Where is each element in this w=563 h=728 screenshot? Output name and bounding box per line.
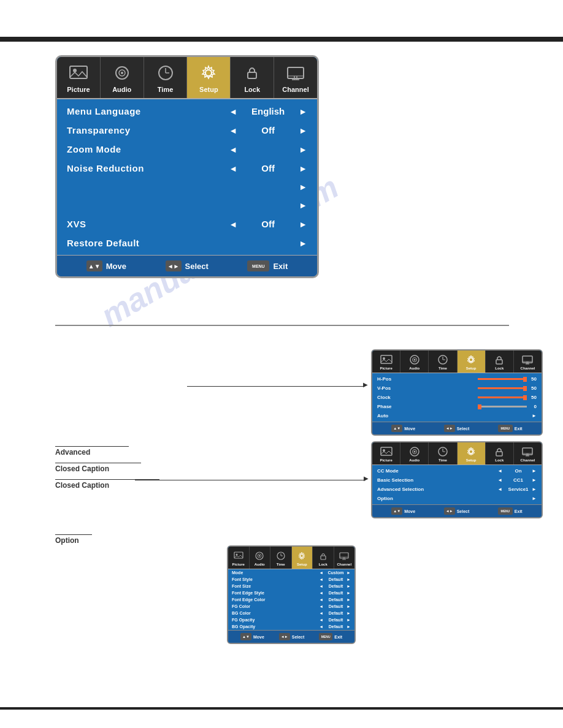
cco-fontedgestyle-arrow-left[interactable]: ◄: [319, 591, 323, 595]
hpos-tab-audio[interactable]: Audio: [400, 351, 429, 373]
menu-row-restore[interactable]: Restore Default ►: [57, 233, 317, 252]
cco-bgopacity-arrow-left[interactable]: ◄: [319, 624, 323, 629]
menu-restore-arrow[interactable]: ►: [299, 238, 307, 248]
cco-fgopacity-arrow-right[interactable]: ►: [347, 618, 351, 622]
cc-row-option[interactable]: Option ►: [372, 494, 542, 503]
cco-nav-move-btn[interactable]: ▲▼: [240, 633, 251, 640]
hpos-tab-setup[interactable]: Setup: [458, 351, 486, 373]
hpos-auto-arrow[interactable]: ►: [532, 413, 537, 419]
cco-tab-picture[interactable]: Picture: [228, 547, 250, 569]
cco-bgcolor-arrow-left[interactable]: ◄: [319, 611, 323, 615]
cc-advanced-arrow-right[interactable]: ►: [532, 487, 537, 492]
menu-row-noise[interactable]: Noise Reduction ◄ Off ►: [57, 159, 317, 178]
cco-nav-select-btn[interactable]: ◄►: [279, 633, 290, 640]
cco-row-fontsize[interactable]: Font Size ◄ Default ►: [228, 583, 354, 590]
menu-noise-arrow-right[interactable]: ►: [299, 164, 307, 173]
hpos-row-auto[interactable]: Auto ►: [372, 411, 542, 420]
hpos-nav-exit-btn[interactable]: MENU: [498, 425, 513, 432]
nav-move-btn[interactable]: ▲▼: [86, 260, 102, 271]
menu-noise-arrow-left[interactable]: ◄: [229, 164, 237, 173]
cc-tab-lock[interactable]: Lock: [486, 442, 514, 464]
cco-row-mode[interactable]: Mode ◄ Custom ►: [228, 569, 354, 576]
cco-fgcolor-arrow-left[interactable]: ◄: [319, 604, 323, 609]
cco-row-bgopacity[interactable]: BG Opacity ◄ Default ►: [228, 623, 354, 630]
cco-tab-channel[interactable]: Channel: [334, 547, 355, 569]
cc-row-basic[interactable]: Basic Selection ◄ CC1 ►: [372, 476, 542, 485]
menu-row-transparency[interactable]: Transparency ◄ Off ►: [57, 121, 317, 140]
cc-tab-picture[interactable]: Picture: [372, 442, 400, 464]
hpos-nav-select-btn[interactable]: ◄►: [444, 425, 455, 432]
cco-row-fontstyle[interactable]: Font Style ◄ Default ►: [228, 576, 354, 583]
cco-tab-time[interactable]: Time: [270, 547, 292, 569]
cco-fgcolor-arrow-right[interactable]: ►: [347, 604, 351, 609]
cc-mode-arrow-left[interactable]: ◄: [497, 468, 502, 474]
menu-language-arrow-right[interactable]: ►: [299, 107, 307, 116]
tab-channel[interactable]: Channel: [274, 57, 317, 98]
tab-audio[interactable]: Audio: [101, 57, 144, 98]
cc-advanced-arrow-left[interactable]: ◄: [497, 487, 502, 492]
hpos-hpos-slider[interactable]: [478, 378, 527, 380]
cco-bgopacity-arrow-right[interactable]: ►: [347, 624, 351, 629]
cc-tab-audio[interactable]: Audio: [400, 442, 429, 464]
hpos-phase-slider[interactable]: [478, 406, 527, 408]
cc-tab-channel[interactable]: Channel: [514, 442, 542, 464]
cco-fontstyle-arrow-left[interactable]: ◄: [319, 577, 323, 582]
menu-transparency-arrow-left[interactable]: ◄: [229, 126, 237, 135]
cco-row-fgcolor[interactable]: FG Color ◄ Default ►: [228, 603, 354, 610]
cco-fontsize-arrow-right[interactable]: ►: [347, 584, 351, 588]
hpos-phase-label: Phase: [377, 404, 478, 409]
cc-tab-time[interactable]: Time: [429, 442, 457, 464]
hpos-tab-channel[interactable]: Channel: [514, 351, 542, 373]
hpos-clock-slider[interactable]: [478, 396, 527, 398]
nav-exit-btn[interactable]: MENU: [247, 260, 269, 271]
menu-row-xvs[interactable]: XVS ◄ Off ►: [57, 214, 317, 233]
cc-basic-arrow-left[interactable]: ◄: [497, 477, 502, 483]
cc-tab-setup[interactable]: Setup: [458, 442, 486, 464]
hpos-nav-move-btn[interactable]: ▲▼: [391, 425, 402, 432]
hpos-vpos-slider[interactable]: [478, 387, 527, 389]
hpos-tab-picture[interactable]: Picture: [372, 351, 400, 373]
hpos-tab-time[interactable]: Time: [429, 351, 457, 373]
cc-option-arrow[interactable]: ►: [532, 496, 537, 501]
cco-fontedgestyle-arrow-right[interactable]: ►: [347, 591, 351, 595]
tab-time[interactable]: Time: [144, 57, 188, 98]
cco-row-bgcolor[interactable]: BG Color ◄ Default ►: [228, 610, 354, 616]
menu-zoom-arrow-left[interactable]: ◄: [229, 145, 237, 154]
cc-nav-select-btn[interactable]: ◄►: [444, 507, 455, 515]
cco-tab-audio[interactable]: Audio: [250, 547, 271, 569]
menu-row-language[interactable]: Menu Language ◄ English ►: [57, 102, 317, 121]
menu-xvs-arrow-right[interactable]: ►: [299, 219, 307, 229]
menu-empty2-arrow[interactable]: ►: [299, 200, 307, 210]
cco-row-fontedgecolor[interactable]: Font Edge Color ◄ Default ►: [228, 596, 354, 603]
cc-nav-exit-btn[interactable]: MENU: [498, 507, 513, 515]
cc-row-mode[interactable]: CC Mode ◄ On ►: [372, 466, 542, 476]
cco-nav-exit-btn[interactable]: MENU: [319, 633, 332, 640]
cco-tab-lock[interactable]: Lock: [313, 547, 334, 569]
cco-fgopacity-arrow-left[interactable]: ◄: [319, 618, 323, 622]
cco-fontsize-arrow-left[interactable]: ◄: [319, 584, 323, 588]
tab-picture[interactable]: Picture: [57, 57, 101, 98]
menu-zoom-arrow-right[interactable]: ►: [299, 145, 307, 154]
cco-row-fontedgestyle[interactable]: Font Edge Style ◄ Default ►: [228, 590, 354, 596]
cco-bgcolor-arrow-right[interactable]: ►: [347, 611, 351, 615]
cco-row-fgopacity[interactable]: FG Opacity ◄ Default ►: [228, 616, 354, 623]
cco-mode-arrow-left[interactable]: ◄: [319, 571, 323, 575]
cc-nav-move-btn[interactable]: ▲▼: [391, 507, 402, 515]
menu-row-zoom[interactable]: Zoom Mode ◄ ►: [57, 140, 317, 159]
cco-fontedgecolor-arrow-left[interactable]: ◄: [319, 597, 323, 602]
menu-transparency-arrow-right[interactable]: ►: [299, 126, 307, 135]
tab-lock[interactable]: Lock: [231, 57, 274, 98]
cco-tab-setup[interactable]: Setup: [292, 547, 313, 569]
nav-select-btn[interactable]: ◄►: [166, 260, 182, 271]
tab-setup[interactable]: Setup: [187, 57, 231, 98]
hpos-tab-lock[interactable]: Lock: [486, 351, 514, 373]
menu-empty1-arrow[interactable]: ►: [299, 182, 307, 192]
cc-basic-arrow-right[interactable]: ►: [532, 477, 537, 483]
cc-row-advanced[interactable]: Advanced Selection ◄ Service1 ►: [372, 485, 542, 494]
menu-language-arrow-left[interactable]: ◄: [229, 107, 237, 116]
cco-fontedgecolor-arrow-right[interactable]: ►: [347, 597, 351, 602]
cco-fontstyle-arrow-right[interactable]: ►: [347, 577, 351, 582]
cc-mode-arrow-right[interactable]: ►: [532, 468, 537, 474]
menu-xvs-arrow-left[interactable]: ◄: [229, 219, 237, 229]
cco-mode-arrow-right[interactable]: ►: [347, 571, 351, 575]
